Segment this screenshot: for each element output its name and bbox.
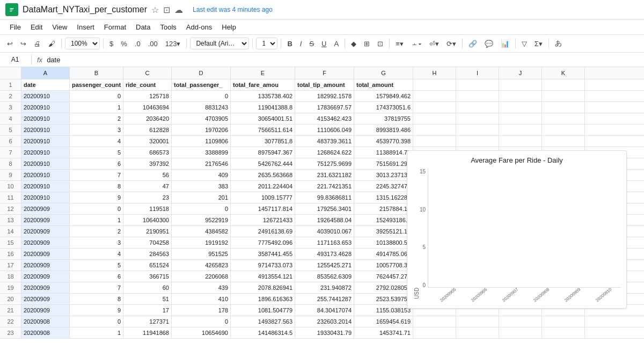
cell-K2[interactable] — [542, 91, 585, 101]
cell-J22[interactable] — [499, 316, 542, 327]
cell-B4[interactable]: 2 — [70, 113, 123, 124]
cell-G17[interactable]: 10057708.31 — [354, 260, 413, 271]
zoom-select[interactable]: 100%75%50% — [65, 38, 100, 49]
cell-E4[interactable]: 30654001.51 — [231, 113, 295, 124]
align-h-btn[interactable]: ≡▾ — [393, 38, 406, 49]
cell-A17[interactable]: 20200909 — [21, 260, 70, 271]
cell-D6[interactable]: 1109806 — [172, 136, 231, 147]
cell-E19[interactable]: 2078.826941 — [231, 282, 295, 293]
cell-C18[interactable]: 366715 — [123, 271, 172, 282]
cell-B11[interactable]: 9 — [70, 192, 123, 203]
chart-container[interactable]: Average Fare per Ride - Daily USD 15 10 … — [407, 150, 627, 309]
cell-E8[interactable]: 5426762.444 — [231, 158, 295, 169]
cell-B6[interactable]: 4 — [70, 136, 123, 147]
cell-B2[interactable]: 0 — [70, 91, 123, 101]
italic-btn[interactable]: I — [297, 38, 305, 49]
cell-A8[interactable]: 20200910 — [21, 158, 70, 169]
menu-file[interactable]: File — [5, 21, 25, 33]
cell-I6[interactable] — [456, 136, 499, 147]
star-icon[interactable]: ☆ — [151, 5, 159, 15]
cell-E23[interactable]: 141486314.5 — [231, 327, 295, 338]
inputtools-btn[interactable]: あ — [552, 37, 565, 50]
col-header-D[interactable]: D — [172, 67, 231, 79]
cell-E20[interactable]: 1896.616363 — [231, 294, 295, 304]
cell-J23[interactable] — [499, 327, 542, 338]
cell-I22[interactable] — [456, 316, 499, 327]
cell-G21[interactable]: 1155.038153 — [354, 305, 413, 316]
cell-F7[interactable]: 1268624.622 — [295, 147, 354, 158]
cell-H23[interactable] — [413, 327, 456, 338]
cell-G20[interactable]: 2523.539755 — [354, 294, 413, 304]
cell-H6[interactable] — [413, 136, 456, 147]
cell-B23[interactable]: 1 — [70, 327, 123, 338]
cell-A15[interactable]: 20200909 — [21, 237, 70, 248]
cell-K6[interactable] — [542, 136, 585, 147]
redo-btn[interactable]: ↪ — [18, 38, 29, 49]
cell-G14[interactable]: 39255121.11 — [354, 226, 413, 237]
undo-btn[interactable]: ↩ — [4, 38, 16, 49]
cell-A5[interactable]: 20200910 — [21, 125, 70, 135]
col-header-E[interactable]: E — [231, 67, 295, 79]
col-header-B[interactable]: B — [70, 67, 123, 79]
cell-F19[interactable]: 231.940872 — [295, 282, 354, 293]
cell-B15[interactable]: 3 — [70, 237, 123, 248]
cell-C12[interactable]: 119518 — [123, 203, 172, 214]
cell-F4[interactable]: 4153462.423 — [295, 113, 354, 124]
cell-B1[interactable]: passenger_count — [70, 79, 123, 90]
borders-btn[interactable]: ⊞ — [361, 38, 372, 49]
percent-btn[interactable]: % — [118, 38, 130, 49]
cell-D22[interactable]: 0 — [172, 316, 231, 327]
cell-A23[interactable]: 20200908 — [21, 327, 70, 338]
cell-D16[interactable]: 951525 — [172, 249, 231, 259]
cell-F18[interactable]: 853562.6309 — [295, 271, 354, 282]
cell-D17[interactable]: 4265823 — [172, 260, 231, 271]
cell-J1[interactable] — [499, 79, 542, 90]
cell-G23[interactable]: 1453741.71 — [354, 327, 413, 338]
cell-D9[interactable]: 409 — [172, 170, 231, 180]
cell-I3[interactable] — [456, 102, 499, 113]
cell-B14[interactable]: 2 — [70, 226, 123, 237]
menu-help[interactable]: Help — [217, 21, 240, 33]
cell-G8[interactable]: 7515691.299 — [354, 158, 413, 169]
cell-F16[interactable]: 493173.4628 — [295, 249, 354, 259]
cell-D23[interactable]: 10654690 — [172, 327, 231, 338]
cell-A13[interactable]: 20200909 — [21, 215, 70, 225]
menu-data[interactable]: Data — [131, 21, 155, 33]
cell-C5[interactable]: 612828 — [123, 125, 172, 135]
cell-C11[interactable]: 23 — [123, 192, 172, 203]
cell-C14[interactable]: 2190951 — [123, 226, 172, 237]
cell-C20[interactable]: 51 — [123, 294, 172, 304]
col-header-K[interactable]: K — [542, 67, 585, 79]
cell-A18[interactable]: 20200909 — [21, 271, 70, 282]
cell-F3[interactable]: 17836697.57 — [295, 102, 354, 113]
cell-E6[interactable]: 3077851.8 — [231, 136, 295, 147]
cell-B16[interactable]: 4 — [70, 249, 123, 259]
cell-A21[interactable]: 20200909 — [21, 305, 70, 316]
cell-B3[interactable]: 1 — [70, 102, 123, 113]
paintformat-btn[interactable]: 🖌 — [46, 38, 58, 49]
menu-format[interactable]: Format — [100, 21, 130, 33]
cell-B9[interactable]: 7 — [70, 170, 123, 180]
cell-C23[interactable]: 11941868 — [123, 327, 172, 338]
cell-E5[interactable]: 7566511.614 — [231, 125, 295, 135]
cell-F5[interactable]: 1110606.049 — [295, 125, 354, 135]
cell-F9[interactable]: 231.6321182 — [295, 170, 354, 180]
comment-btn[interactable]: 💬 — [482, 38, 496, 49]
cell-G9[interactable]: 3013.237133 — [354, 170, 413, 180]
cell-I23[interactable] — [456, 327, 499, 338]
cell-G1[interactable]: total_amount — [354, 79, 413, 90]
cell-I4[interactable] — [456, 113, 499, 124]
cell-I1[interactable] — [456, 79, 499, 90]
cell-A9[interactable]: 20200910 — [21, 170, 70, 180]
cell-C19[interactable]: 60 — [123, 282, 172, 293]
cell-E15[interactable]: 7775492.096 — [231, 237, 295, 248]
cell-F6[interactable]: 483739.3611 — [295, 136, 354, 147]
cell-E12[interactable]: 1457117.814 — [231, 203, 295, 214]
chart-btn[interactable]: 📊 — [498, 38, 512, 49]
cell-E18[interactable]: 4913554.121 — [231, 271, 295, 282]
cell-H1[interactable] — [413, 79, 456, 90]
cell-D14[interactable]: 4384582 — [172, 226, 231, 237]
cell-F21[interactable]: 84.30417074 — [295, 305, 354, 316]
cell-G13[interactable]: 152493186.3 — [354, 215, 413, 225]
menu-view[interactable]: View — [48, 21, 71, 33]
